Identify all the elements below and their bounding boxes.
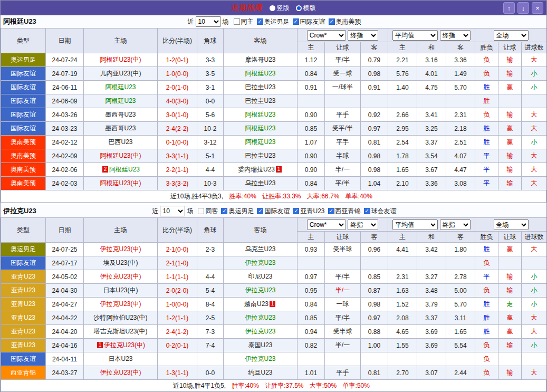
home-team-cell[interactable]: 阿根廷U23(中): [84, 177, 158, 190]
away-team-name[interactable]: 摩洛哥U23: [245, 56, 275, 63]
match-count-select[interactable]: 10: [196, 16, 221, 27]
checkbox-icon[interactable]: [198, 208, 204, 214]
euro-index-select[interactable]: 终指: [440, 219, 471, 230]
away-team-cell[interactable]: 印尼U23: [224, 270, 298, 284]
home-team-name[interactable]: 阿根廷U23(中): [100, 179, 141, 187]
asian-index-select[interactable]: 终指: [348, 219, 378, 230]
away-team-cell[interactable]: 伊拉克U23: [224, 325, 298, 339]
home-team-cell[interactable]: 阿根廷U23(中): [84, 149, 158, 163]
filter-checkbox[interactable]: 亚青U23: [293, 207, 324, 216]
close-button[interactable]: ×: [532, 2, 543, 14]
average-select[interactable]: 平均值: [392, 30, 438, 41]
away-team-name[interactable]: 伊拉克U23: [245, 328, 275, 335]
home-team-cell[interactable]: 几内亚U23(中): [84, 67, 158, 81]
away-team-cell[interactable]: 阿根廷U23: [224, 136, 298, 149]
home-team-name[interactable]: 阿根廷U23: [105, 83, 136, 91]
filter-checkbox[interactable]: 同客: [198, 207, 218, 216]
home-team-cell[interactable]: 伊拉克U23(中): [84, 243, 158, 256]
checkbox-icon[interactable]: [328, 208, 334, 214]
away-team-cell[interactable]: 泰国U23: [224, 339, 298, 352]
home-team-name[interactable]: 塔吉克斯坦U23(中): [93, 328, 147, 335]
away-team-cell[interactable]: 巴拉圭U23: [224, 94, 298, 108]
filter-checkbox[interactable]: 西亚青锦: [328, 207, 361, 216]
home-team-name[interactable]: 埃及U23(中): [103, 259, 138, 266]
checkbox-icon[interactable]: [293, 208, 299, 214]
home-team-cell[interactable]: 伊拉克U23(中): [84, 366, 158, 380]
home-team-cell[interactable]: 日本U23: [84, 352, 158, 366]
move-up-button[interactable]: ↑: [503, 2, 515, 14]
home-team-cell[interactable]: 2阿根廷U23: [84, 163, 158, 177]
filter-checkbox[interactable]: 国际友谊: [293, 17, 325, 26]
away-team-name[interactable]: 伊拉克U23: [245, 314, 275, 321]
away-team-name[interactable]: 乌克兰U23: [245, 245, 275, 253]
checkbox-icon[interactable]: [257, 208, 263, 214]
home-team-cell[interactable]: 沙特阿拉伯U23(中): [84, 311, 158, 325]
asian-index-select[interactable]: 终指: [348, 30, 378, 41]
away-team-cell[interactable]: 约旦U23: [224, 366, 298, 380]
away-team-name[interactable]: 阿根廷U23: [245, 111, 275, 118]
bookmaker-select[interactable]: Crow*: [307, 30, 346, 41]
home-team-cell[interactable]: 1伊拉克U23(中): [84, 339, 158, 352]
home-team-name[interactable]: 墨西哥U23: [105, 111, 136, 118]
home-team-name[interactable]: 日本U23: [108, 355, 132, 362]
home-team-name[interactable]: 巴西U23: [108, 138, 132, 146]
away-team-cell[interactable]: 伊拉克U23: [224, 256, 298, 270]
layout-radio[interactable]: 横版: [296, 4, 316, 13]
home-team-cell[interactable]: 埃及U23(中): [84, 256, 158, 270]
home-team-name[interactable]: 伊拉克U23(中): [100, 245, 141, 253]
away-team-cell[interactable]: 越南U231: [224, 298, 298, 311]
away-team-cell[interactable]: 阿根廷U23: [224, 67, 298, 81]
match-count-select[interactable]: 10: [160, 206, 185, 216]
away-team-name[interactable]: 巴拉圭U23: [245, 97, 275, 104]
filter-checkbox[interactable]: 同主: [234, 17, 254, 26]
away-team-name[interactable]: 乌拉圭U23: [245, 179, 275, 187]
away-team-name[interactable]: 泰国U23: [248, 341, 272, 349]
home-team-cell[interactable]: 伊拉克U23(中): [84, 298, 158, 311]
home-team-name[interactable]: 墨西哥U23: [105, 125, 136, 132]
checkbox-icon[interactable]: [234, 18, 240, 25]
filter-checkbox[interactable]: 国际友谊: [257, 207, 290, 216]
home-team-cell[interactable]: 墨西哥U23: [84, 122, 158, 136]
away-team-cell[interactable]: 乌克兰U23: [224, 243, 298, 256]
away-team-name[interactable]: 伊拉克U23: [245, 355, 275, 362]
away-team-name[interactable]: 印尼U23: [248, 273, 272, 280]
filter-checkbox[interactable]: 奥南美预: [329, 17, 361, 26]
away-team-cell[interactable]: 阿根廷U23: [224, 122, 298, 136]
checkbox-icon[interactable]: [293, 18, 299, 25]
checkbox-icon[interactable]: [221, 208, 227, 214]
home-team-name[interactable]: 阿根廷U23: [105, 97, 136, 104]
layout-radio[interactable]: 竖版: [270, 4, 290, 13]
checkbox-icon[interactable]: [257, 18, 263, 25]
away-team-name[interactable]: 巴拉圭U23: [245, 83, 275, 91]
euro-index-select[interactable]: 终指: [440, 30, 471, 41]
home-team-name[interactable]: 几内亚U23(中): [100, 70, 141, 77]
home-team-cell[interactable]: 塔吉克斯坦U23(中): [84, 325, 158, 339]
average-select[interactable]: 平均值: [392, 219, 438, 230]
home-team-name[interactable]: 伊拉克U23(中): [100, 273, 141, 280]
scope-select[interactable]: 全场: [494, 30, 529, 41]
away-team-name[interactable]: 阿根廷U23: [245, 138, 275, 146]
away-team-cell[interactable]: 乌拉圭U23: [224, 177, 298, 190]
away-team-name[interactable]: 伊拉克U23: [245, 286, 275, 294]
checkbox-icon[interactable]: [364, 208, 370, 214]
away-team-name[interactable]: 阿根廷U23: [245, 125, 275, 132]
home-team-name[interactable]: 日本U23(中): [103, 286, 138, 294]
home-team-cell[interactable]: 日本U23(中): [84, 284, 158, 298]
radio-icon[interactable]: [270, 5, 275, 11]
away-team-cell[interactable]: 委内瑞拉U231: [224, 163, 298, 177]
move-down-button[interactable]: ↓: [517, 2, 529, 14]
away-team-cell[interactable]: 伊拉克U23: [224, 352, 298, 366]
away-team-cell[interactable]: 巴拉圭U23: [224, 81, 298, 94]
home-team-name[interactable]: 阿根廷U23(中): [100, 152, 141, 159]
away-team-cell[interactable]: 巴拉圭U23: [224, 149, 298, 163]
home-team-name[interactable]: 阿根廷U23: [109, 166, 140, 173]
away-team-name[interactable]: 委内瑞拉U23: [238, 166, 275, 173]
home-team-name[interactable]: 沙特阿拉伯U23(中): [93, 314, 147, 321]
home-team-name[interactable]: 伊拉克U23(中): [104, 341, 145, 349]
away-team-name[interactable]: 伊拉克U23: [245, 259, 275, 266]
radio-icon[interactable]: [296, 5, 302, 11]
away-team-name[interactable]: 约旦U23: [248, 369, 272, 376]
home-team-cell[interactable]: 巴西U23: [84, 136, 158, 149]
bookmaker-select[interactable]: Crow*: [307, 219, 346, 230]
away-team-cell[interactable]: 阿根廷U23: [224, 108, 298, 122]
